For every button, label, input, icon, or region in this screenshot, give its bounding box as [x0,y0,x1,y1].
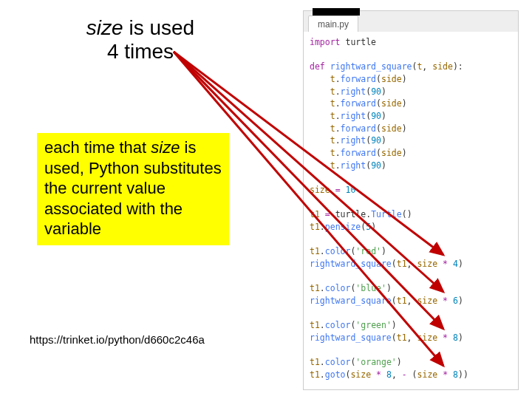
code-editor: main.py import turtle def rightward_squa… [303,10,519,390]
kw-import: import [310,37,341,47]
callout-ital: size [151,138,180,157]
tab-main-py[interactable]: main.py [308,16,358,32]
source-url: https://trinket.io/python/d660c2c46a [30,333,205,346]
size-use-3: size [417,332,437,343]
code-area: import turtle def rightward_square(t, si… [304,32,518,387]
callout-box: each time that size is used, Python subs… [37,133,229,245]
kw-def: def [310,61,325,72]
callout-pre: each time that [44,138,151,157]
heading-line2: 4 times [107,40,174,63]
func-name: rightward_square [325,61,412,72]
size-use-1: size [417,259,437,269]
param-side: side [432,61,453,72]
slide-heading: size is used 4 times [52,16,229,64]
size-use-4a: size [350,369,371,380]
redaction-bar [313,8,360,16]
size-use-4b: size [417,369,438,380]
var-size-assign: size [310,185,330,195]
heading-text1: is used [123,16,195,39]
size-use-2: size [417,296,437,306]
heading-ital: size [86,16,123,39]
param-t: t [417,61,422,72]
mod-turtle: turtle [341,37,376,47]
